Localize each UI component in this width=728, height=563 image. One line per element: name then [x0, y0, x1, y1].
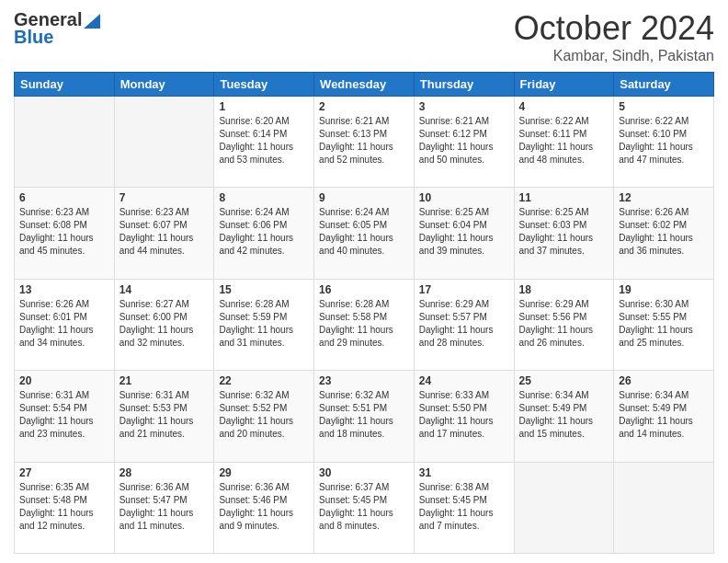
- day-info: Sunrise: 6:21 AM Sunset: 6:12 PM Dayligh…: [419, 115, 509, 167]
- day-number: 16: [319, 283, 409, 296]
- day-number: 28: [119, 466, 210, 479]
- calendar-cell: 19Sunrise: 6:30 AM Sunset: 5:55 PM Dayli…: [614, 279, 714, 370]
- day-number: 3: [419, 100, 509, 113]
- calendar-cell: 8Sunrise: 6:24 AM Sunset: 6:06 PM Daylig…: [214, 188, 314, 279]
- day-number: 18: [519, 283, 609, 296]
- calendar-cell: 3Sunrise: 6:21 AM Sunset: 6:12 PM Daylig…: [414, 97, 514, 188]
- day-number: 20: [19, 374, 109, 387]
- day-number: 19: [619, 283, 709, 296]
- logo: General Blue: [14, 9, 100, 48]
- calendar-cell: 1Sunrise: 6:20 AM Sunset: 6:14 PM Daylig…: [214, 97, 314, 188]
- day-info: Sunrise: 6:22 AM Sunset: 6:11 PM Dayligh…: [519, 115, 609, 167]
- month-title: October 2024: [514, 9, 714, 48]
- day-info: Sunrise: 6:28 AM Sunset: 5:58 PM Dayligh…: [319, 298, 409, 350]
- header: General Blue October 2024 Kambar, Sindh,…: [14, 9, 714, 64]
- weekday-header-sunday: Sunday: [15, 73, 115, 97]
- day-info: Sunrise: 6:36 AM Sunset: 5:47 PM Dayligh…: [119, 481, 210, 533]
- weekday-header-monday: Monday: [114, 73, 214, 97]
- calendar-cell: 25Sunrise: 6:34 AM Sunset: 5:49 PM Dayli…: [514, 371, 614, 462]
- day-number: 10: [419, 191, 509, 204]
- calendar-cell: 23Sunrise: 6:32 AM Sunset: 5:51 PM Dayli…: [314, 371, 415, 462]
- calendar-week-2: 13Sunrise: 6:26 AM Sunset: 6:01 PM Dayli…: [15, 279, 714, 370]
- calendar-cell: 15Sunrise: 6:28 AM Sunset: 5:59 PM Dayli…: [214, 279, 314, 370]
- calendar-cell: [514, 462, 614, 553]
- day-info: Sunrise: 6:26 AM Sunset: 6:02 PM Dayligh…: [619, 206, 709, 258]
- day-info: Sunrise: 6:28 AM Sunset: 5:59 PM Dayligh…: [219, 298, 309, 350]
- day-info: Sunrise: 6:25 AM Sunset: 6:04 PM Dayligh…: [419, 206, 509, 258]
- calendar-cell: 5Sunrise: 6:22 AM Sunset: 6:10 PM Daylig…: [614, 97, 714, 188]
- day-info: Sunrise: 6:38 AM Sunset: 5:45 PM Dayligh…: [419, 481, 509, 533]
- calendar-cell: 30Sunrise: 6:37 AM Sunset: 5:45 PM Dayli…: [314, 462, 415, 553]
- calendar-cell: 26Sunrise: 6:34 AM Sunset: 5:49 PM Dayli…: [614, 371, 714, 462]
- calendar-cell: 20Sunrise: 6:31 AM Sunset: 5:54 PM Dayli…: [15, 371, 115, 462]
- calendar-table: SundayMondayTuesdayWednesdayThursdayFrid…: [14, 72, 714, 554]
- day-number: 30: [319, 466, 409, 479]
- calendar-header-row: SundayMondayTuesdayWednesdayThursdayFrid…: [15, 73, 714, 97]
- calendar-cell: 31Sunrise: 6:38 AM Sunset: 5:45 PM Dayli…: [414, 462, 514, 553]
- day-info: Sunrise: 6:25 AM Sunset: 6:03 PM Dayligh…: [519, 206, 609, 258]
- day-info: Sunrise: 6:20 AM Sunset: 6:14 PM Dayligh…: [219, 115, 309, 167]
- day-info: Sunrise: 6:24 AM Sunset: 6:06 PM Dayligh…: [219, 206, 309, 258]
- day-number: 25: [519, 374, 609, 387]
- weekday-header-thursday: Thursday: [414, 73, 514, 97]
- day-info: Sunrise: 6:23 AM Sunset: 6:07 PM Dayligh…: [119, 206, 210, 258]
- calendar-cell: 17Sunrise: 6:29 AM Sunset: 5:57 PM Dayli…: [414, 279, 514, 370]
- day-info: Sunrise: 6:37 AM Sunset: 5:45 PM Dayligh…: [319, 481, 409, 533]
- logo-blue-text: Blue: [14, 27, 53, 48]
- day-number: 1: [219, 100, 309, 113]
- day-info: Sunrise: 6:27 AM Sunset: 6:00 PM Dayligh…: [119, 298, 210, 350]
- day-info: Sunrise: 6:32 AM Sunset: 5:51 PM Dayligh…: [319, 389, 409, 441]
- calendar-cell: 16Sunrise: 6:28 AM Sunset: 5:58 PM Dayli…: [314, 279, 415, 370]
- calendar-cell: 29Sunrise: 6:36 AM Sunset: 5:46 PM Dayli…: [214, 462, 314, 553]
- logo-triangle-icon: [84, 14, 100, 29]
- day-number: 26: [619, 374, 709, 387]
- day-info: Sunrise: 6:33 AM Sunset: 5:50 PM Dayligh…: [419, 389, 509, 441]
- calendar-cell: [15, 97, 115, 188]
- weekday-header-wednesday: Wednesday: [314, 73, 415, 97]
- day-info: Sunrise: 6:31 AM Sunset: 5:53 PM Dayligh…: [119, 389, 210, 441]
- calendar-cell: 9Sunrise: 6:24 AM Sunset: 6:05 PM Daylig…: [314, 188, 415, 279]
- calendar-cell: 18Sunrise: 6:29 AM Sunset: 5:56 PM Dayli…: [514, 279, 614, 370]
- day-info: Sunrise: 6:23 AM Sunset: 6:08 PM Dayligh…: [19, 206, 109, 258]
- day-number: 11: [519, 191, 609, 204]
- day-info: Sunrise: 6:34 AM Sunset: 5:49 PM Dayligh…: [619, 389, 709, 441]
- day-number: 5: [619, 100, 709, 113]
- calendar-cell: 27Sunrise: 6:35 AM Sunset: 5:48 PM Dayli…: [15, 462, 115, 553]
- calendar-cell: 11Sunrise: 6:25 AM Sunset: 6:03 PM Dayli…: [514, 188, 614, 279]
- day-number: 4: [519, 100, 609, 113]
- day-number: 8: [219, 191, 309, 204]
- day-info: Sunrise: 6:35 AM Sunset: 5:48 PM Dayligh…: [19, 481, 109, 533]
- day-number: 29: [219, 466, 309, 479]
- calendar-cell: 22Sunrise: 6:32 AM Sunset: 5:52 PM Dayli…: [214, 371, 314, 462]
- day-number: 24: [419, 374, 509, 387]
- day-info: Sunrise: 6:21 AM Sunset: 6:13 PM Dayligh…: [319, 115, 409, 167]
- day-number: 12: [619, 191, 709, 204]
- calendar-cell: 13Sunrise: 6:26 AM Sunset: 6:01 PM Dayli…: [15, 279, 115, 370]
- calendar-cell: 28Sunrise: 6:36 AM Sunset: 5:47 PM Dayli…: [114, 462, 214, 553]
- day-info: Sunrise: 6:31 AM Sunset: 5:54 PM Dayligh…: [19, 389, 109, 441]
- calendar-week-0: 1Sunrise: 6:20 AM Sunset: 6:14 PM Daylig…: [15, 97, 714, 188]
- title-area: October 2024 Kambar, Sindh, Pakistan: [514, 9, 714, 64]
- day-number: 9: [319, 191, 409, 204]
- day-number: 17: [419, 283, 509, 296]
- page: General Blue October 2024 Kambar, Sindh,…: [0, 0, 728, 563]
- location: Kambar, Sindh, Pakistan: [514, 48, 714, 64]
- day-number: 21: [119, 374, 210, 387]
- calendar-cell: [614, 462, 714, 553]
- day-info: Sunrise: 6:34 AM Sunset: 5:49 PM Dayligh…: [519, 389, 609, 441]
- day-number: 7: [119, 191, 210, 204]
- calendar-cell: 12Sunrise: 6:26 AM Sunset: 6:02 PM Dayli…: [614, 188, 714, 279]
- day-number: 14: [119, 283, 210, 296]
- calendar-cell: 14Sunrise: 6:27 AM Sunset: 6:00 PM Dayli…: [114, 279, 214, 370]
- calendar-cell: 7Sunrise: 6:23 AM Sunset: 6:07 PM Daylig…: [114, 188, 214, 279]
- day-number: 2: [319, 100, 409, 113]
- calendar-cell: 6Sunrise: 6:23 AM Sunset: 6:08 PM Daylig…: [15, 188, 115, 279]
- svg-marker-0: [84, 14, 100, 29]
- day-info: Sunrise: 6:36 AM Sunset: 5:46 PM Dayligh…: [219, 481, 309, 533]
- day-info: Sunrise: 6:22 AM Sunset: 6:10 PM Dayligh…: [619, 115, 709, 167]
- weekday-header-saturday: Saturday: [614, 73, 714, 97]
- day-number: 22: [219, 374, 309, 387]
- weekday-header-tuesday: Tuesday: [214, 73, 314, 97]
- day-info: Sunrise: 6:30 AM Sunset: 5:55 PM Dayligh…: [619, 298, 709, 350]
- calendar-week-4: 27Sunrise: 6:35 AM Sunset: 5:48 PM Dayli…: [15, 462, 714, 553]
